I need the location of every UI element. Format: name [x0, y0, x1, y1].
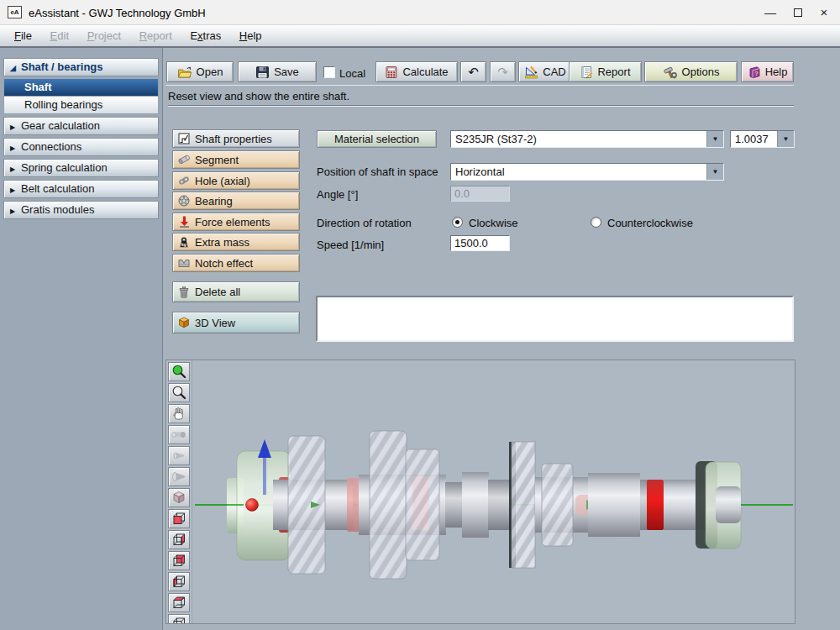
- sidebar-section-spring-calculation[interactable]: ▶Spring calculation: [3, 159, 159, 177]
- pan-hand-icon: [171, 406, 187, 422]
- calculator-icon: [385, 66, 398, 79]
- view-right-button[interactable]: [168, 530, 190, 549]
- expander-icon: ◢: [10, 60, 21, 76]
- force-elements-button[interactable]: Force elements: [172, 213, 300, 231]
- notch-effect-button[interactable]: Notch effect: [172, 254, 300, 272]
- app-window: eA eAssistant - GWJ Technology GmbH — × …: [0, 0, 840, 630]
- maximize-button[interactable]: [784, 0, 812, 25]
- segment-button[interactable]: Segment: [172, 150, 300, 169]
- notes-panel[interactable]: [316, 296, 794, 342]
- zoom-fit-button[interactable]: [168, 362, 190, 381]
- report-document-icon: [580, 66, 593, 79]
- cad-drafting-icon: [524, 66, 538, 79]
- close-button[interactable]: ×: [810, 0, 838, 25]
- sidebar-section-connections[interactable]: ▶Connections: [3, 138, 159, 156]
- svg-text:kg: kg: [181, 242, 186, 247]
- position-combobox[interactable]: Horizontal ▼: [450, 163, 724, 181]
- view-left-button[interactable]: [168, 572, 190, 591]
- sidebar-section-shaft-bearings[interactable]: ◢Shaft / bearings: [3, 58, 159, 76]
- bearing-button[interactable]: Bearing: [172, 192, 300, 210]
- extra-mass-weight-icon: kg: [177, 235, 191, 249]
- shaft-3d-canvas[interactable]: [193, 360, 795, 623]
- extra-mass-button[interactable]: kg Extra mass: [172, 233, 300, 251]
- clockwise-radio[interactable]: [452, 217, 463, 228]
- sidebar-item-rolling-bearings[interactable]: Rolling bearings: [3, 97, 159, 114]
- view-cylinder-button[interactable]: [168, 425, 190, 444]
- view-top-button[interactable]: [168, 593, 190, 612]
- help-button[interactable]: ? Help: [741, 61, 794, 82]
- undo-button[interactable]: ↶: [460, 61, 486, 82]
- expander-icon: ▶: [10, 182, 21, 199]
- shaft-properties-button[interactable]: Shaft properties: [172, 129, 300, 148]
- viewer-3d-panel: [165, 360, 795, 624]
- chevron-down-icon[interactable]: ▼: [706, 131, 723, 147]
- open-button[interactable]: Open: [166, 61, 234, 82]
- sidebar-section-gear-calculation[interactable]: ▶Gear calculation: [3, 117, 159, 135]
- shaft-3d-render: [193, 360, 795, 623]
- segment-cylinder-icon: [177, 153, 191, 166]
- counterclockwise-radio[interactable]: [591, 217, 601, 228]
- view-cone-large-button[interactable]: [168, 467, 190, 486]
- cad-button[interactable]: CAD: [518, 61, 572, 82]
- open-folder-icon: [177, 66, 192, 79]
- zoom-fit-icon: [171, 364, 187, 380]
- speed-input[interactable]: [450, 235, 510, 251]
- view-bottom-button[interactable]: [168, 614, 190, 624]
- isometric-box-icon: [171, 490, 187, 506]
- redo-icon: ↷: [497, 66, 508, 78]
- hole-axial-button[interactable]: Hole (axial): [172, 171, 300, 190]
- material-selection-button[interactable]: Material selection: [317, 130, 437, 148]
- chevron-down-icon[interactable]: ▼: [706, 164, 723, 180]
- force-arrow-icon: [177, 215, 191, 228]
- cube-3d-icon: [177, 316, 191, 329]
- counterclockwise-radio-label[interactable]: Counterclockwise: [607, 217, 693, 229]
- calculate-button[interactable]: Calculate: [375, 61, 458, 82]
- options-button[interactable]: Options: [644, 61, 738, 82]
- shaft-properties-icon: [177, 132, 191, 145]
- view-isometric-button[interactable]: [168, 488, 190, 507]
- sidebar-item-shaft[interactable]: Shaft: [3, 79, 159, 97]
- cone-large-icon: [171, 469, 187, 485]
- zoom-icon: [171, 385, 187, 401]
- minimize-button[interactable]: —: [756, 0, 785, 25]
- save-button[interactable]: Save: [238, 61, 317, 82]
- notch-effect-icon: [177, 256, 191, 270]
- pan-button[interactable]: [168, 404, 190, 423]
- cube-bottom-red-icon: [171, 616, 187, 624]
- position-value: Horizontal: [451, 164, 706, 180]
- expander-icon: ▶: [10, 140, 21, 157]
- menu-help[interactable]: Help: [232, 25, 270, 46]
- expander-icon: ▶: [10, 203, 21, 220]
- view-cone-small-button[interactable]: [168, 446, 190, 465]
- module-sidebar: ◢Shaft / bearings Shaft Rolling bearings…: [0, 48, 163, 630]
- clockwise-radio-label[interactable]: Clockwise: [469, 217, 518, 229]
- angle-label: Angle [°]: [317, 188, 358, 201]
- material-combobox[interactable]: S235JR (St37-2) ▼: [450, 130, 724, 148]
- menu-project: Project: [80, 25, 129, 46]
- rotation-label: Direction of rotation: [317, 217, 412, 229]
- menu-edit: Edit: [43, 25, 76, 46]
- menu-extras[interactable]: Extras: [182, 25, 228, 46]
- svg-text:?: ?: [754, 69, 759, 76]
- options-tools-icon: [663, 66, 678, 79]
- cube-back-red-icon: [171, 553, 187, 569]
- sidebar-section-gratis-modules[interactable]: ▶Gratis modules: [3, 201, 159, 219]
- report-button[interactable]: Report: [569, 61, 642, 82]
- view-3d-button[interactable]: 3D View: [172, 312, 300, 333]
- material-value: S235JR (St37-2): [451, 131, 706, 147]
- app-icon: eA: [8, 6, 22, 18]
- local-checkbox[interactable]: [323, 66, 335, 78]
- view-back-button[interactable]: [168, 551, 190, 570]
- redo-button[interactable]: ↷: [490, 61, 516, 82]
- sidebar-section-belt-calculation[interactable]: ▶Belt calculation: [3, 180, 159, 198]
- material-number-combobox[interactable]: 1.0037 ▼: [730, 130, 795, 148]
- maximize-icon: [794, 8, 802, 17]
- delete-all-button[interactable]: Delete all: [172, 281, 300, 302]
- menu-file[interactable]: File: [7, 25, 39, 46]
- local-checkbox-label[interactable]: Local: [339, 67, 365, 80]
- menu-report: Report: [132, 25, 180, 46]
- view-front-button[interactable]: [168, 509, 190, 528]
- material-number-value: 1.0037: [731, 131, 777, 147]
- zoom-button[interactable]: [168, 383, 190, 402]
- chevron-down-icon[interactable]: ▼: [777, 131, 794, 147]
